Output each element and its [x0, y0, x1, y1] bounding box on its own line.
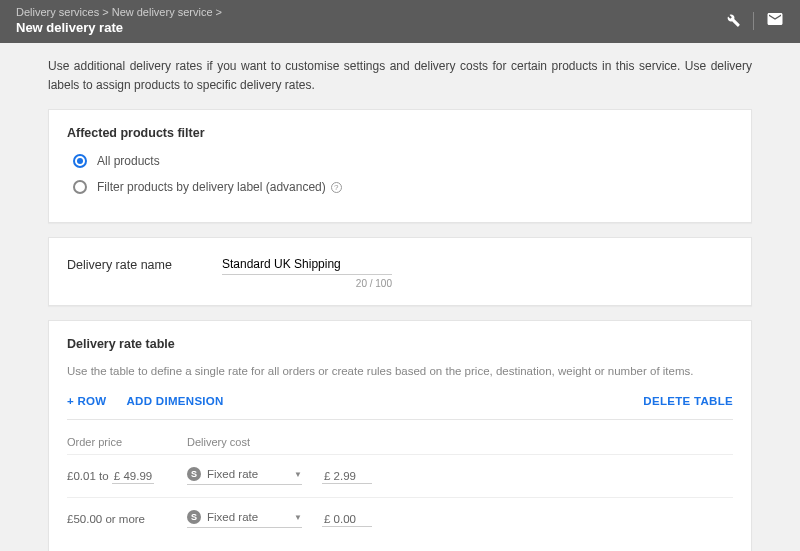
rate-name-label: Delivery rate name — [67, 254, 222, 272]
breadcrumb-link-1[interactable]: Delivery services — [16, 6, 99, 18]
add-dimension-button[interactable]: ADD DIMENSION — [127, 395, 224, 407]
table-title: Delivery rate table — [67, 337, 733, 351]
breadcrumb-link-2[interactable]: New delivery service — [112, 6, 213, 18]
rate-name-card: Delivery rate name 20 / 100 — [48, 237, 752, 306]
table-desc: Use the table to define a single rate fo… — [67, 365, 733, 377]
intro-text: Use additional delivery rates if you wan… — [48, 57, 752, 95]
price-to-label: to — [99, 470, 109, 482]
help-icon[interactable]: ? — [331, 182, 342, 193]
table-header: Order price Delivery cost — [67, 430, 733, 455]
chevron-down-icon: ▼ — [294, 513, 302, 522]
radio-all-products[interactable] — [73, 154, 87, 168]
rate-name-input[interactable] — [222, 254, 392, 275]
radio-by-label-text: Filter products by delivery label (advan… — [97, 180, 326, 194]
price-from: £50.00 — [67, 513, 102, 525]
currency-icon: S — [187, 467, 201, 481]
cost-amount-input[interactable]: £ 2.99 — [322, 469, 372, 484]
separator — [753, 12, 754, 30]
chevron-down-icon: ▼ — [294, 470, 302, 479]
add-row-button[interactable]: + ROW — [67, 395, 107, 407]
char-count: 20 / 100 — [222, 278, 392, 289]
page-title: New delivery rate — [16, 20, 222, 35]
delete-table-button[interactable]: DELETE TABLE — [643, 395, 733, 407]
price-to-label: or more — [105, 513, 145, 525]
app-header: Delivery services > New delivery service… — [0, 0, 800, 43]
radio-by-label[interactable] — [73, 180, 87, 194]
currency-icon: S — [187, 510, 201, 524]
price-to-input[interactable]: £ 49.99 — [112, 469, 154, 484]
cost-type-select[interactable]: S Fixed rate ▼ — [187, 467, 302, 485]
filter-card: Affected products filter All products Fi… — [48, 109, 752, 223]
table-row: £50.00 or more S Fixed rate ▼ £ 0.00 — [67, 498, 733, 540]
rate-table-card: Delivery rate table Use the table to def… — [48, 320, 752, 551]
cost-type-label: Fixed rate — [207, 511, 258, 523]
col-order-price: Order price — [67, 436, 187, 448]
cost-amount-input[interactable]: £ 0.00 — [322, 512, 372, 527]
table-row: £0.01 to £ 49.99 S Fixed rate ▼ £ 2.99 — [67, 455, 733, 498]
breadcrumb: Delivery services > New delivery service… — [16, 6, 222, 18]
mail-icon[interactable] — [766, 10, 784, 31]
col-delivery-cost: Delivery cost — [187, 436, 322, 448]
filter-title: Affected products filter — [67, 126, 733, 140]
price-from: £0.01 — [67, 470, 96, 482]
radio-all-label: All products — [97, 154, 160, 168]
cost-type-label: Fixed rate — [207, 468, 258, 480]
cost-type-select[interactable]: S Fixed rate ▼ — [187, 510, 302, 528]
wrench-icon[interactable] — [723, 10, 741, 31]
